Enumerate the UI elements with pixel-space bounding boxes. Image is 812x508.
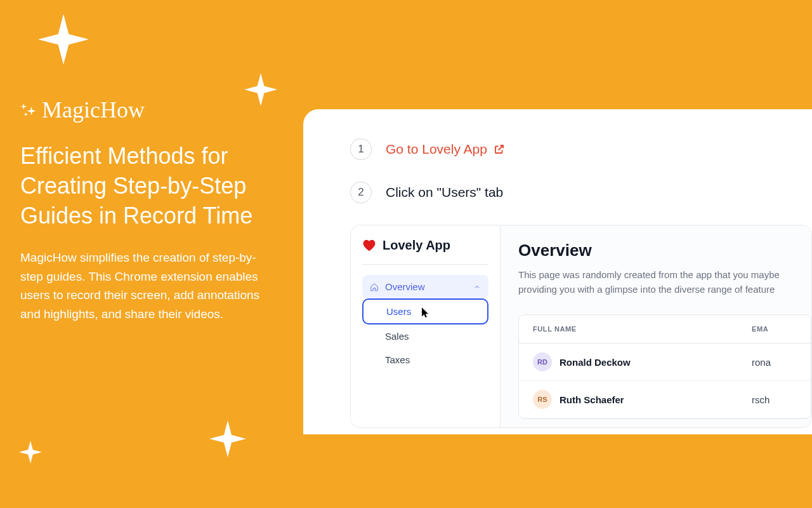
main-description: This page was randomly created from the … [518, 268, 811, 297]
table-row[interactable]: RS Ruth Schaefer rsch [519, 381, 811, 418]
nav-taxes[interactable]: Taxes [362, 348, 488, 371]
step-2: 2 Click on "Users" tab [350, 182, 812, 203]
avatar: RD [533, 352, 552, 371]
row-name: Ronald Deckow [560, 357, 752, 368]
cursor-icon [422, 307, 431, 319]
app-brand: Lovely App [362, 238, 488, 265]
external-link-icon [494, 144, 505, 155]
col-email: EMA [752, 325, 797, 333]
brand-logo: MagicHow [20, 98, 271, 121]
sparkle-icon [38, 14, 89, 65]
sparkles-icon [20, 103, 38, 117]
nav-users-label: Users [386, 306, 411, 317]
nav-sales-label: Sales [385, 331, 409, 342]
main-panel: Overview This page was randomly created … [501, 225, 811, 427]
chevron-up-icon [473, 283, 481, 291]
step-1: 1 Go to Lovely App [350, 138, 812, 160]
step-number: 2 [350, 182, 372, 203]
app-name: Lovely App [383, 238, 450, 253]
app-preview: Lovely App Overview Users Sales Taxes O [350, 225, 812, 428]
hero-text: MagicHow Efficient Methods for Creating … [20, 98, 271, 323]
heart-icon [362, 239, 376, 253]
nav-overview[interactable]: Overview [362, 275, 488, 298]
table-header: FULL NAME EMA [519, 315, 811, 344]
sparkle-icon [209, 420, 246, 457]
row-email: rona [752, 357, 771, 368]
table-row[interactable]: RD Ronald Deckow rona [519, 344, 811, 381]
row-name: Ruth Schaefer [560, 394, 752, 405]
avatar: RS [533, 390, 552, 409]
users-table: FULL NAME EMA RD Ronald Deckow rona RS R… [518, 314, 811, 419]
nav-overview-label: Overview [385, 281, 425, 292]
guide-card: 1 Go to Lovely App 2 Click on "Users" ta… [303, 109, 812, 434]
sidebar: Lovely App Overview Users Sales Taxes [351, 225, 501, 427]
sparkle-icon [19, 441, 42, 464]
step-number: 1 [350, 138, 372, 160]
row-email: rsch [752, 394, 769, 405]
step-1-label: Go to Lovely App [386, 142, 487, 157]
nav-sales[interactable]: Sales [362, 324, 488, 348]
nav-users[interactable]: Users [362, 298, 488, 324]
brand-name: MagicHow [42, 98, 145, 121]
step-1-link[interactable]: Go to Lovely App [386, 142, 505, 157]
main-title: Overview [518, 241, 811, 260]
nav-taxes-label: Taxes [385, 354, 410, 365]
col-full-name: FULL NAME [533, 325, 752, 333]
description: MagicHow simplifies the creation of step… [20, 248, 271, 323]
step-2-label: Click on "Users" tab [386, 185, 503, 200]
headline: Efficient Methods for Creating Step-by-S… [20, 142, 271, 231]
home-icon [370, 283, 379, 291]
